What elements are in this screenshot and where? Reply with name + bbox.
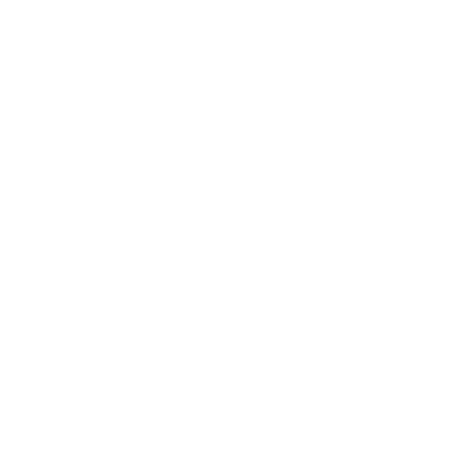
chart-svg [0,0,476,476]
chart-container [0,0,476,476]
